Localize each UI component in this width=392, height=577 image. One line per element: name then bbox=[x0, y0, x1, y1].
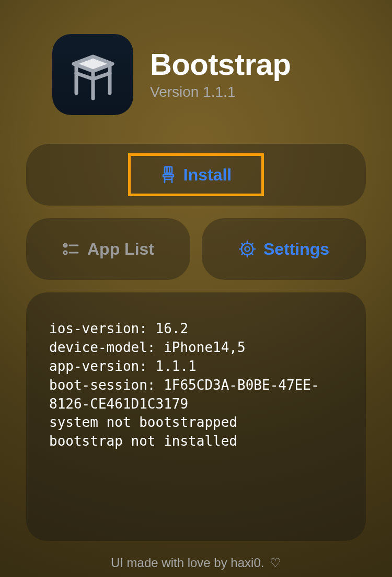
install-label: Install bbox=[183, 165, 232, 185]
table-icon bbox=[64, 46, 122, 104]
svg-point-18 bbox=[245, 247, 249, 252]
footer-credit: UI made with love by haxi0. ♡ bbox=[26, 556, 366, 570]
app-version: Version 1.1.1 bbox=[150, 84, 291, 100]
svg-line-25 bbox=[251, 244, 253, 245]
log-panel: ios-version: 16.2 device-model: iPhone14… bbox=[26, 292, 366, 541]
svg-line-5 bbox=[93, 73, 110, 79]
app-list-label: App List bbox=[87, 240, 154, 259]
install-button[interactable]: Install bbox=[26, 144, 366, 206]
svg-line-23 bbox=[241, 244, 243, 245]
svg-rect-6 bbox=[165, 167, 172, 173]
settings-label: Settings bbox=[263, 240, 329, 259]
list-icon bbox=[62, 241, 80, 257]
svg-line-4 bbox=[76, 73, 93, 79]
heart-icon: ♡ bbox=[270, 556, 281, 570]
header: Bootstrap Version 1.1.1 bbox=[26, 34, 366, 115]
app-icon bbox=[52, 34, 133, 115]
app-title: Bootstrap bbox=[150, 49, 291, 81]
app-list-button[interactable]: App List bbox=[26, 218, 190, 280]
gear-icon bbox=[238, 240, 256, 258]
footer-text: UI made with love by haxi0. bbox=[111, 556, 264, 570]
settings-button[interactable]: Settings bbox=[202, 218, 366, 280]
svg-line-26 bbox=[241, 253, 243, 255]
svg-marker-0 bbox=[74, 56, 112, 71]
svg-point-15 bbox=[64, 251, 67, 254]
chair-icon bbox=[160, 166, 176, 184]
svg-line-24 bbox=[251, 253, 253, 255]
